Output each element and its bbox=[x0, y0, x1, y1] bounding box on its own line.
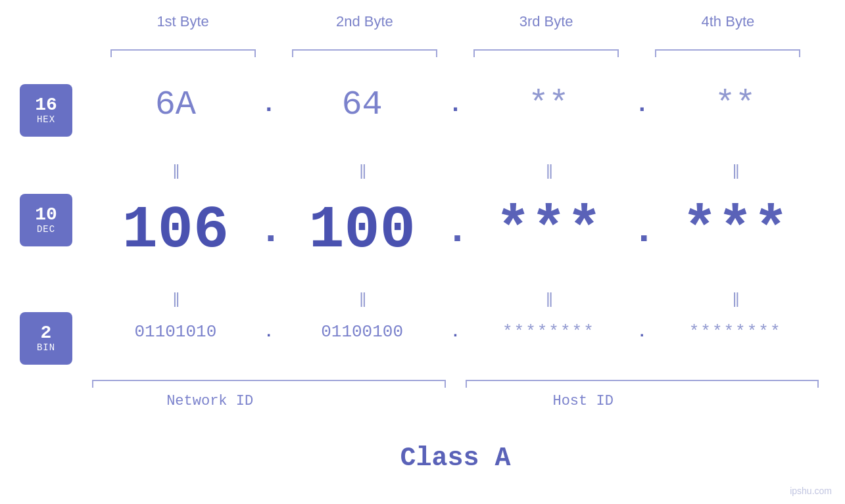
id-labels: Network ID Host ID bbox=[92, 393, 819, 409]
hex-byte2-value: 64 bbox=[341, 85, 382, 124]
dec-badge-name: DEC bbox=[37, 224, 55, 235]
dec-badge-box: 10 DEC bbox=[20, 194, 72, 246]
dec-row: 106 . 100 . *** . *** bbox=[92, 197, 819, 264]
content-area: 6A . 64 . ** . ** || || || || bbox=[92, 66, 819, 465]
bracket-line-1 bbox=[110, 49, 256, 51]
bin-byte3: ******** bbox=[466, 322, 633, 342]
network-bracket-right-tick bbox=[445, 380, 446, 388]
dec-dot2: . bbox=[446, 208, 466, 253]
bracket-tick-right-4 bbox=[799, 49, 800, 57]
host-bracket-right-tick bbox=[817, 380, 819, 388]
byte1-header: 1st Byte bbox=[92, 13, 274, 30]
host-bracket-left-tick bbox=[466, 380, 467, 388]
bin-byte1: 01101010 bbox=[92, 322, 259, 342]
network-id-label: Network ID bbox=[92, 393, 327, 409]
bin-byte1-value: 01101010 bbox=[134, 322, 216, 342]
bracket-tick-right-1 bbox=[254, 49, 256, 57]
equals-row-1: || || || || bbox=[92, 161, 819, 179]
bracket-tick-right-2 bbox=[436, 49, 437, 57]
bin-dot1: . bbox=[259, 323, 279, 341]
eq1-b1: || bbox=[92, 161, 259, 179]
hex-byte3-value: ** bbox=[528, 85, 569, 124]
byte4-header: 4th Byte bbox=[637, 13, 819, 30]
bin-byte3-value: ******** bbox=[502, 322, 595, 342]
bracket-tick-left-1 bbox=[110, 49, 112, 57]
bin-badge: 2 BIN bbox=[20, 312, 72, 365]
bracket-tick-left-4 bbox=[655, 49, 656, 57]
bin-row: 01101010 . 01100100 . ******** . *******… bbox=[92, 322, 819, 342]
dec-byte1-value: 106 bbox=[122, 197, 229, 264]
host-id-label: Host ID bbox=[347, 393, 819, 409]
hex-badge-num: 16 bbox=[35, 96, 57, 114]
bin-byte2: 01100100 bbox=[279, 322, 446, 342]
hex-byte3: ** bbox=[466, 85, 633, 124]
bin-badge-name: BIN bbox=[37, 342, 55, 353]
dec-byte3: *** bbox=[466, 197, 633, 264]
eq2-b2: || bbox=[279, 289, 446, 308]
bin-byte2-value: 01100100 bbox=[321, 322, 403, 342]
bin-badge-box: 2 BIN bbox=[20, 312, 72, 365]
hex-byte2: 64 bbox=[279, 85, 446, 124]
dec-byte4-value: *** bbox=[682, 197, 788, 264]
network-bracket-left-tick bbox=[92, 380, 93, 388]
bracket-line-3 bbox=[473, 49, 619, 51]
dec-dot3: . bbox=[632, 208, 652, 253]
dec-badge: 10 DEC bbox=[20, 194, 72, 246]
eq1-b4: || bbox=[652, 161, 819, 179]
dec-byte4: *** bbox=[652, 197, 819, 264]
hex-row: 6A . 64 . ** . ** bbox=[92, 85, 819, 124]
hex-byte4-value: ** bbox=[715, 85, 756, 124]
bin-badge-num: 2 bbox=[41, 324, 52, 342]
byte-headers: 1st Byte 2nd Byte 3rd Byte 4th Byte bbox=[92, 13, 819, 30]
network-bracket-line bbox=[92, 380, 446, 381]
eq1-b3: || bbox=[466, 161, 633, 179]
bracket-tick-left-3 bbox=[473, 49, 475, 57]
hex-badge-name: HEX bbox=[37, 114, 55, 125]
hex-byte1: 6A bbox=[92, 85, 259, 124]
dec-badge-num: 10 bbox=[35, 206, 57, 224]
class-label: Class A bbox=[92, 444, 819, 473]
main-container: 1st Byte 2nd Byte 3rd Byte 4th Byte bbox=[0, 0, 845, 504]
hex-byte4: ** bbox=[652, 85, 819, 124]
host-bracket-line bbox=[466, 380, 819, 381]
dec-byte3-value: *** bbox=[495, 197, 602, 264]
bracket-line-2 bbox=[292, 49, 437, 51]
bin-byte4: ******** bbox=[652, 322, 819, 342]
hex-badge: 16 HEX bbox=[20, 84, 72, 137]
byte2-header: 2nd Byte bbox=[274, 13, 455, 30]
bin-byte4-value: ******** bbox=[689, 322, 782, 342]
hex-badge-box: 16 HEX bbox=[20, 84, 72, 137]
bracket-tick-right-3 bbox=[617, 49, 619, 57]
dec-byte2: 100 bbox=[279, 197, 446, 264]
equals-row-2: || || || || bbox=[92, 289, 819, 308]
eq2-b4: || bbox=[652, 289, 819, 308]
hex-byte1-value: 6A bbox=[155, 85, 196, 124]
bin-dot2: . bbox=[446, 323, 466, 341]
hex-dot1: . bbox=[259, 91, 279, 118]
eq2-b1: || bbox=[92, 289, 259, 308]
hex-dot2: . bbox=[446, 91, 466, 118]
bracket-line-4 bbox=[655, 49, 800, 51]
dec-dot1: . bbox=[259, 208, 279, 253]
watermark: ipshu.com bbox=[790, 486, 832, 496]
dec-byte2-value: 100 bbox=[309, 197, 416, 264]
bracket-tick-left-2 bbox=[292, 49, 293, 57]
bin-dot3: . bbox=[632, 323, 652, 341]
dec-byte1: 106 bbox=[92, 197, 259, 264]
hex-dot3: . bbox=[632, 91, 652, 118]
eq1-b2: || bbox=[279, 161, 446, 179]
byte3-header: 3rd Byte bbox=[456, 13, 637, 30]
eq2-b3: || bbox=[466, 289, 633, 308]
